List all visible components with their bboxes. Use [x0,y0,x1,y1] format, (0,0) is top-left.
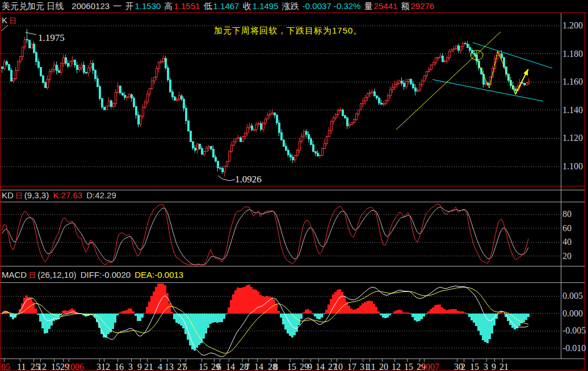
time-axis-label: 12 [37,362,47,371]
time-axis-label: 2007 [421,362,439,371]
kd-axis-label: 60 [562,223,572,234]
time-axis-label: 17 [347,362,356,371]
macd-panel-header: MACD日(26,12,10) DIFF:-0.0020 DEA:-0.0013 [2,270,185,281]
price-axis-label: 1.180 [562,49,583,59]
chart-canvas[interactable] [0,0,588,371]
time-axis-label: 14 [254,362,263,371]
time-axis-label: 15 [199,362,208,371]
price-axis-label: 1.160 [562,77,583,87]
time-axis-label: 15 [470,362,479,371]
macd-axis-label: -0.005 [562,326,586,336]
macd-dea-value: DEA:-0.0013 [135,270,183,280]
time-axis-label: 12 [392,362,401,371]
price-axis-label: 1.140 [562,105,583,115]
macd-title: MACD [2,270,27,280]
macd-axis-label: 0.000 [562,309,583,319]
macd-params: (26,12,10) [37,270,76,280]
kd-axis-label: 80 [562,209,572,219]
time-axis-label: 5 [183,362,187,371]
price-axis-label: 1.120 [562,133,583,143]
price-axis-label: 1.100 [562,161,583,172]
main-indicator-label: K [2,15,7,25]
chart-window: 美元兑加元 日线 20060123 一 开1.1530 高1.1551 低1.1… [0,0,588,371]
macd-axis-label: 0.005 [562,291,583,301]
time-axis-label: 15 [404,362,413,371]
time-axis-label: 4 [158,362,162,371]
time-axis-label: 9 [137,362,142,371]
kd-d-value: D:42.29 [86,190,116,200]
macd-diff-value: DIFF:-0.0020 [81,270,131,280]
time-axis-label: 3 [96,362,101,371]
forecast-note: 加元下周将回软，下跌目标为1750。 [214,26,362,36]
peak-price-annotation: 1.1975 [38,32,65,44]
time-axis-label: 9 [492,362,496,371]
time-axis-label: 05 [1,362,10,371]
time-axis-label: 20 [379,362,388,371]
time-axis-label: 12 [101,362,110,371]
kd-period-button[interactable]: 日 [15,191,23,200]
time-axis-label: 21 [144,362,153,371]
time-axis-label: 11 [367,362,375,371]
time-axis-label: 3 [128,362,133,371]
kd-params: (9,3,3) [24,190,49,200]
macd-axis-label: -0.010 [562,343,586,353]
macd-period-button[interactable]: 日 [28,271,36,280]
time-axis-label: 6 [217,362,221,371]
time-axis-label: 15 [51,362,60,371]
time-axis-label: 11 [17,362,26,371]
price-axis-label: 1.200 [562,20,583,31]
time-axis-label: 15 [287,362,296,371]
time-axis-label: 9 [308,362,312,371]
kd-title: KD [2,190,14,200]
time-axis-label: 2006 [66,362,84,371]
main-panel-header: K日 [2,15,18,26]
time-axis-label: 14 [226,362,235,371]
time-axis[interactable]: 0511251215292006312163921413275152961428… [0,362,588,371]
time-axis-label: 16 [115,362,124,371]
kd-axis-label: 20 [562,251,572,261]
kd-k-value: K:27.63 [53,190,82,200]
trough-price-annotation: 1.0926 [235,174,262,185]
time-axis-label: 10 [334,362,343,371]
time-axis-label: 2 [461,362,465,371]
time-axis-label: 3 [484,362,488,371]
time-axis-label: 21 [499,362,509,371]
time-axis-label: 13 [165,362,174,371]
time-axis-label: 7 [245,362,250,371]
kd-panel-header: KD日(9,3,3) K:27.63 D:42.29 [2,190,118,201]
time-axis-label: 8 [274,362,278,371]
kd-axis-label: 40 [562,237,572,247]
time-axis-label: 14 [316,362,325,371]
main-period-button[interactable]: 日 [9,16,16,25]
